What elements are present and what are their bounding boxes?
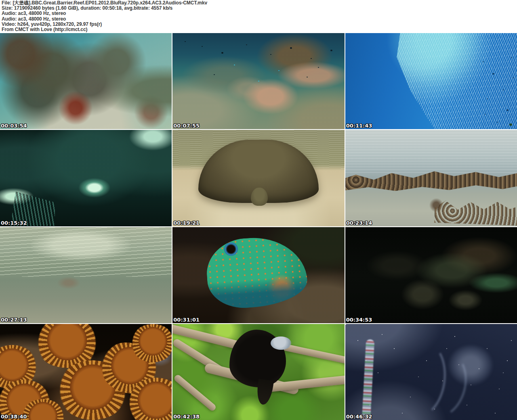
timestamp-label: 00:31:01 <box>173 317 200 323</box>
noddy-bird-scene <box>172 324 344 420</box>
video-thumbnail: 00:11:43 <box>345 33 517 129</box>
reef-scape-scene <box>172 33 344 129</box>
video-thumbnail: 00:15:32 <box>0 130 172 226</box>
coral-polyp <box>130 324 172 362</box>
video-thumbnail: 00:34:53 <box>345 227 517 323</box>
audio-track-1-line: Audio: ac3, 48000 Hz, stereo <box>2 11 517 16</box>
file-size-line: Size: 1719092460 bytes (1.60 GiB), durat… <box>2 6 517 11</box>
video-thumbnail: 00:42:38 <box>172 324 344 420</box>
fish-specks <box>185 41 186 42</box>
turtle-head <box>251 188 268 206</box>
video-thumbnail: 00:27:13 <box>0 227 172 323</box>
parrotfish-body <box>205 234 309 310</box>
coral-bommie-scene <box>0 33 172 129</box>
turtle-beach-scene <box>172 130 344 226</box>
water-ripples <box>345 130 517 174</box>
plankton-blob <box>448 345 493 385</box>
fish-silhouettes <box>345 33 347 34</box>
fish-eye <box>224 242 238 256</box>
foreground-rubble <box>434 198 517 226</box>
timestamp-label: 00:34:53 <box>346 317 372 323</box>
audio-track-2-line: Audio: ac3, 48000 Hz, stereo <box>2 17 517 22</box>
timestamp-label: 00:03:54 <box>1 123 27 129</box>
video-thumbnail: 00:38:40 <box>0 324 172 420</box>
coral-polyps-scene <box>0 324 172 420</box>
timestamp-label: 00:15:32 <box>1 220 27 226</box>
timestamp-label: 00:42:38 <box>173 414 200 420</box>
baitfish-school <box>345 33 517 129</box>
bumphead-parrotfish-scene <box>0 130 172 226</box>
siphonophore <box>362 339 375 420</box>
video-thumbnail: 00:03:54 <box>0 33 172 129</box>
parrotfish-closeup-scene <box>172 227 344 323</box>
timestamp-label: 00:27:13 <box>1 317 27 323</box>
video-thumbnail: 00:46:32 <box>345 324 517 420</box>
thumbnail-grid: 00:03:54 00:07:55 00:11:43 00:15:32 00:1… <box>0 33 517 420</box>
particle-specks <box>345 324 346 325</box>
bird-tail <box>255 379 274 406</box>
timestamp-label: 00:23:14 <box>346 220 372 226</box>
bird-head-cap <box>271 336 291 350</box>
video-thumbnail: 00:19:21 <box>172 130 344 226</box>
timestamp-label: 00:07:55 <box>173 123 200 129</box>
media-info-header: File: [大堡礁].BBC.Great.Barrier.Reef.EP01.… <box>0 0 517 32</box>
video-thumbnail: 00:23:14 <box>345 130 517 226</box>
timestamp-label: 00:38:40 <box>1 414 27 420</box>
tree-branch <box>173 374 216 412</box>
timestamp-label: 00:11:43 <box>346 123 372 129</box>
video-thumbnail: 00:07:55 <box>172 33 344 129</box>
murky-shallows-scene <box>0 227 172 323</box>
release-group-line: From CMCT with Love (http://cmct.cc) <box>2 27 517 32</box>
surface-glow <box>31 230 131 261</box>
timestamp-label: 00:46:32 <box>346 414 372 420</box>
plankton-scene <box>345 324 517 420</box>
reef-flat-scene <box>345 130 517 226</box>
timestamp-label: 00:19:21 <box>173 220 200 226</box>
night-reef-scene <box>345 227 517 323</box>
fish-school-scene <box>345 33 517 129</box>
video-thumbnail: 00:31:01 <box>172 227 344 323</box>
